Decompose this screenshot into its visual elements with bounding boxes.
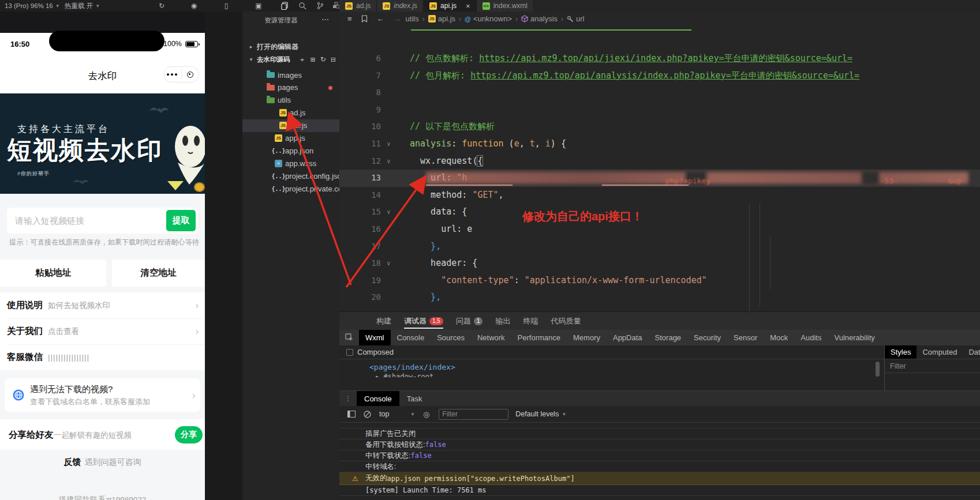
outline-icon[interactable]: ≡: [347, 14, 352, 23]
styles-tab-computed[interactable]: Computed: [917, 345, 963, 359]
refresh-icon[interactable]: ↻: [320, 55, 326, 63]
panel-tab-终端[interactable]: 终端: [523, 312, 538, 330]
code-line-12[interactable]: 12∨ wx.request({: [339, 153, 980, 170]
more-actions-icon[interactable]: ⋯: [321, 15, 329, 24]
devtools-tab-memory[interactable]: Memory: [567, 330, 607, 345]
panel-tab-输出[interactable]: 输出: [495, 312, 510, 330]
more-menu-icon[interactable]: ●●●: [164, 72, 181, 77]
multi-window-icon[interactable]: ▣: [253, 0, 264, 12]
shadow-root-node[interactable]: ▸ #shadow-root: [375, 373, 433, 377]
collapse-all-icon[interactable]: ⊟: [331, 56, 336, 63]
files-icon[interactable]: [278, 0, 291, 12]
console-message[interactable]: ⚠无效的 app.json permission["scope.writePho…: [339, 472, 980, 485]
breadcrumb-item[interactable]: @<unknown>: [465, 14, 512, 23]
composed-checkbox[interactable]: [346, 349, 353, 356]
code-line-8[interactable]: 8: [339, 84, 980, 101]
share-button[interactable]: 分享: [175, 426, 203, 443]
extract-button[interactable]: 提取: [166, 210, 196, 231]
devtools-tab-sources[interactable]: Sources: [431, 330, 471, 345]
close-target-icon[interactable]: [182, 72, 199, 78]
paste-address-button[interactable]: 粘贴地址: [0, 260, 106, 287]
fold-chevron-icon[interactable]: ∨: [387, 204, 391, 221]
console-tab-console[interactable]: Console: [357, 391, 399, 407]
panel-tab-构建[interactable]: 构建: [376, 312, 391, 330]
breadcrumb-item[interactable]: analysis: [521, 14, 558, 23]
close-icon[interactable]: ×: [466, 2, 470, 10]
devtools-tab-sensor[interactable]: Sensor: [727, 330, 764, 345]
tree-item-app.wxss[interactable]: ≡app.wxss: [242, 157, 339, 170]
code-line-10[interactable]: 10// 以下是包点数解析: [339, 118, 980, 136]
code-editor[interactable]: ≡ ← → utils›JSapi.js›@<unknown>›analysis…: [339, 12, 980, 311]
panel-tab-问题[interactable]: 问题1: [456, 312, 483, 330]
code-line-17[interactable]: 17 },: [339, 238, 980, 255]
git-branch-icon[interactable]: [313, 0, 327, 12]
tree-item-ad.js[interactable]: JSad.js: [242, 107, 339, 119]
tab-ad.js[interactable]: JSad.js: [339, 0, 377, 12]
help-card[interactable]: 遇到无法下载的视频? 查看下载域名白名单，联系客服添加 ›: [5, 378, 200, 412]
tab-index.js[interactable]: JSindex.js: [377, 0, 424, 12]
hot-reload-toggle[interactable]: 热重载 开 ▼: [65, 0, 100, 12]
code-line-9[interactable]: 9: [339, 101, 980, 119]
console-filter-input[interactable]: [439, 409, 508, 420]
wxml-root-node[interactable]: <pages/index/index>: [369, 363, 455, 371]
console-message[interactable]: 中转域名:: [339, 461, 980, 472]
inspect-element-icon[interactable]: [339, 333, 359, 342]
devtools-tab-appdata[interactable]: AppData: [607, 330, 649, 345]
console-tab-task[interactable]: Task: [399, 391, 430, 407]
code-line-20[interactable]: 20 },: [339, 289, 980, 306]
eye-icon[interactable]: ◎: [423, 410, 429, 419]
code-line-18[interactable]: 18∨ header: {: [339, 255, 980, 272]
devtools-tab-mock[interactable]: Mock: [764, 330, 794, 345]
tree-item-app.js[interactable]: JSapp.js: [242, 132, 339, 145]
styles-tab-datas[interactable]: Datas: [963, 345, 980, 359]
list-item-service-wechat[interactable]: 客服微信 ||||||||||||||||: [0, 344, 205, 370]
code-line-7[interactable]: 7// 包月解析: https://api.mz9.top/api/analys…: [339, 67, 980, 85]
bookmark-icon[interactable]: [361, 15, 368, 22]
video-link-input[interactable]: [15, 208, 159, 234]
clear-console-icon[interactable]: [364, 411, 371, 418]
code-line-11[interactable]: 11∨analysis: function (e, t, i) {: [339, 136, 980, 153]
fold-chevron-icon[interactable]: ∨: [387, 136, 391, 153]
phone-preview-icon[interactable]: ▯: [220, 0, 232, 12]
list-item-about[interactable]: 关于我们 点击查看 ›: [0, 318, 205, 344]
project-root-section[interactable]: ▾ 去水印源码 ＋ ⊞ ↻ ⊟: [242, 53, 339, 66]
breadcrumb-item[interactable]: url: [567, 14, 584, 23]
code-line-15[interactable]: 15∨ data: {: [339, 204, 980, 221]
clear-address-button[interactable]: 清空地址: [112, 260, 205, 287]
code-line-19[interactable]: 19 "content-type": "application/x-www-fo…: [339, 272, 980, 290]
nav-back-icon[interactable]: ←: [377, 14, 384, 23]
scrollbar[interactable]: [876, 362, 880, 377]
devtools-tab-console[interactable]: Console: [391, 330, 431, 345]
tree-item-project.private.config.js...[interactable]: {..}project.private.config.js...: [242, 182, 339, 195]
code-line-16[interactable]: 16 url: e: [339, 221, 980, 238]
new-folder-icon[interactable]: ⊞: [311, 56, 316, 63]
tree-item-pages[interactable]: ▸pages: [242, 81, 339, 94]
nav-forward-icon[interactable]: →: [394, 14, 401, 23]
context-selector[interactable]: top ▼: [379, 410, 415, 418]
feedback-row[interactable]: 反馈遇到问题可咨询: [0, 457, 205, 468]
open-editors-section[interactable]: ▸ 打开的编辑器: [242, 40, 339, 53]
devtools-tab-security[interactable]: Security: [687, 330, 727, 345]
code-line-6[interactable]: 6// 包点数解析: https://api.mz9.top/api/jiexi…: [339, 50, 980, 67]
tree-item-app.json[interactable]: {..}app.json: [242, 144, 339, 157]
wxml-tree-pane[interactable]: <pages/index/index> ▸ #shadow-root: [339, 359, 884, 390]
panel-tab-调试器[interactable]: 调试器1,5: [404, 312, 443, 330]
breadcrumb-item[interactable]: JSapi.js: [428, 14, 455, 23]
devtools-tab-audits[interactable]: Audits: [794, 330, 828, 345]
record-icon[interactable]: ◉: [188, 0, 200, 12]
new-file-icon[interactable]: ＋: [299, 55, 306, 65]
sidebar-toggle-icon[interactable]: [347, 411, 356, 418]
styles-tab-styles[interactable]: Styles: [885, 345, 917, 359]
tree-item-utils[interactable]: ▾utils: [242, 94, 339, 107]
devtools-tab-wxml[interactable]: Wxml: [359, 330, 391, 345]
styles-filter-input[interactable]: Filter: [885, 359, 980, 373]
refresh-icon[interactable]: ↻: [156, 0, 167, 12]
breadcrumb-item[interactable]: utils: [406, 14, 419, 23]
device-selector[interactable]: 13 (Pro) 96% 16 ▼: [5, 0, 60, 12]
fold-chevron-icon[interactable]: ∨: [387, 153, 391, 170]
console-message[interactable]: 中转下载状态: false: [339, 450, 980, 461]
log-levels-dropdown[interactable]: Default levels ▼: [515, 410, 566, 418]
tree-item-project.config.json[interactable]: {..}project.config.json: [242, 170, 339, 182]
devtools-tab-storage[interactable]: Storage: [649, 330, 688, 345]
console-message[interactable]: 备用下载按钮状态: false: [339, 439, 980, 450]
